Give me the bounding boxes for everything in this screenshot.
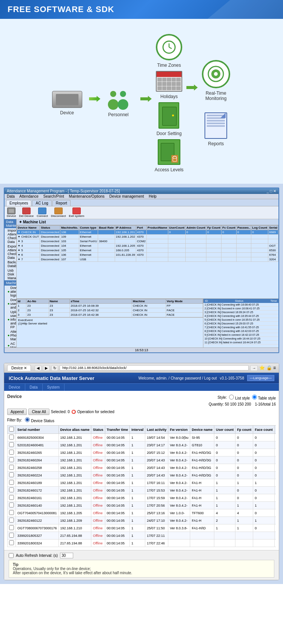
svg-point-1 — [110, 91, 116, 97]
nav-system[interactable]: System — [43, 384, 65, 391]
sw-tabbar[interactable]: Employees AC Log Report — [5, 199, 278, 206]
arrow-2 — [140, 95, 152, 104]
sidebar-section-machine[interactable]: Machine« — [5, 280, 16, 286]
flow-item-device: Device — [52, 91, 82, 115]
menu-data[interactable]: Data — [7, 194, 15, 198]
wcol-activity[interactable]: Last activity — [145, 426, 168, 434]
filter-label: Filter By: — [7, 418, 22, 422]
wcol-users[interactable]: User count — [214, 426, 235, 434]
table-row[interactable]: OGT70400570413000081 192.168.1.205 Offli… — [8, 509, 276, 517]
btn-device[interactable]: Device — [7, 207, 16, 218]
clear-all-btn[interactable]: Clear All — [28, 409, 49, 415]
header-title: FREE SOFTWARE & SDK — [8, 5, 114, 14]
sidebar-item-usb[interactable]: Usb Disk Manage — [5, 268, 16, 280]
table-row[interactable]: 3929182460172 192.168.1.201 Offline 00:0… — [8, 487, 276, 494]
col-no: MachineNo. — [60, 226, 79, 230]
style-table-radio[interactable]: Table style — [252, 395, 276, 400]
web-section: Device ✕ ◀ ▶ ↻ → ⭐ 🔒 ≡ iClock Automatic … — [0, 359, 283, 584]
table-row[interactable]: 3399201805327 217.65.194.88 Offline 00:0… — [8, 532, 276, 539]
table-row[interactable]: 3929182460224 192.168.1.201 Offline 00:0… — [8, 472, 276, 479]
table-row[interactable]: 22323 2018-07-25 16:42:32CHECK INFACE — [17, 308, 203, 313]
table-row[interactable]: ✦ 4Disconnected104Ethernet 192.168.1.205… — [17, 244, 278, 248]
wcol-trans[interactable]: Transaction count — [274, 426, 276, 434]
col-ip: IP Address — [115, 226, 136, 230]
log-item: 2 [CHECK IN] Succeed in conn 16:08:41 07… — [203, 307, 278, 310]
append-btn[interactable]: Append — [7, 409, 27, 415]
sw-titlebar: Attendance Management Program - [ Temp-S… — [5, 188, 278, 194]
interval-input[interactable] — [60, 553, 73, 558]
sidebar-item-export[interactable]: Export Attendance Checking Data — [5, 244, 16, 260]
menu-attendance[interactable]: Attendance — [19, 194, 38, 198]
table-row[interactable]: 3929182460189 192.168.1.201 Offline 00:0… — [8, 479, 276, 487]
table-row[interactable]: ✦ 5Disconnected105Ethernet 168.0.2054370… — [17, 248, 278, 253]
wcol-interval[interactable]: Interval — [130, 426, 145, 434]
language-btn[interactable]: —Language— — [247, 375, 274, 381]
sidebar-item-upload-user[interactable]: ● Upload user info and FP — [5, 310, 16, 329]
table-row[interactable]: 3929182460265 192.168.1.201 Offline 00:0… — [8, 449, 276, 456]
forward-btn[interactable]: ▶ — [43, 365, 50, 371]
machine-table-container[interactable]: Device Name Status MachineNo. Comm type … — [17, 225, 278, 298]
refresh-btn[interactable]: ↻ — [51, 365, 58, 371]
wcol-face[interactable]: Face count — [253, 426, 275, 434]
browser-tab[interactable]: Device ✕ — [7, 365, 31, 371]
wcol-device[interactable]: Device name — [190, 426, 214, 434]
menu-help[interactable]: Help — [149, 194, 157, 198]
wcol-transfer[interactable]: Transfer time — [105, 426, 130, 434]
tab-aclog[interactable]: AC Log — [32, 200, 51, 206]
browser-icons: ⭐ 🔒 ≡ — [259, 365, 276, 370]
wcol-check[interactable] — [8, 426, 16, 434]
sidebar-item-import[interactable]: Import Attendance Checking Data — [5, 228, 16, 244]
menu-device[interactable]: Device management — [109, 194, 144, 198]
wcol-fp[interactable]: Fp count — [235, 426, 253, 434]
style-list-radio[interactable]: List style — [229, 395, 250, 400]
table-row[interactable]: 3929182460258 192.168.1.201 Offline 00:0… — [8, 464, 276, 472]
btn-disconnect[interactable]: Disconnect — [51, 207, 66, 218]
back-btn[interactable]: ◀ — [35, 365, 42, 371]
sw-menubar[interactable]: Data Attendance Search/Print Maintenance… — [5, 194, 278, 199]
col-fc: Fc Count — [221, 226, 237, 230]
table-row[interactable]: 3929182460122 192.168.1.209 Offline 00:0… — [8, 517, 276, 524]
flow-item-reports: Reports — [205, 112, 227, 146]
address-bar[interactable] — [60, 365, 249, 370]
go-btn[interactable]: → — [250, 365, 258, 371]
nav-device[interactable]: Device — [4, 384, 25, 391]
col-comm: Comm type — [79, 226, 98, 230]
sidebar-item-photo[interactable]: ● Attendance Photo Management — [5, 329, 16, 341]
wcol-serial[interactable]: Serial number — [16, 426, 59, 434]
table-row[interactable]: 66691825000304 192.168.1.201 Offline 00:… — [8, 434, 276, 441]
wcol-fw[interactable]: Fw version — [168, 426, 190, 434]
table-row[interactable]: 52031824600481 192.168.1.201 Offline 00:… — [8, 441, 276, 449]
table-row[interactable]: ✦ 7Disconnected107USB 3204 — [17, 257, 278, 262]
table-row[interactable]: 12323 2018-07-25 16:08:39CHECK INFP — [17, 304, 203, 308]
log-item: 4 [CHECK IN] Connecting with 16:35:44 07… — [203, 314, 278, 318]
table-row[interactable]: 3929182460140 192.168.1.201 Offline 00:0… — [8, 502, 276, 509]
menu-maintenance[interactable]: Maintenance/Options — [69, 194, 105, 198]
table-row[interactable]: ✦ CHECK OUTDisconnected109Ethernet 192.1… — [17, 235, 278, 239]
table-row[interactable]: 32323 2018-07-25 16:42:36CHECK INFACE — [17, 313, 203, 317]
wcol-alias[interactable]: Device alias name — [58, 426, 91, 434]
filter-device-status[interactable]: Device Status — [25, 417, 54, 423]
wcol-status[interactable]: Status — [91, 426, 105, 434]
table-row[interactable]: ✦ CHECK INDisconnected108Ethernet 192.16… — [17, 230, 278, 235]
table-row[interactable]: 3399201800324 217.65.194.88 Offline 00:0… — [8, 539, 276, 547]
btn-connect[interactable]: Connect — [37, 207, 48, 218]
sidebar-item-download-user[interactable]: ● Download user info and Fp — [5, 298, 16, 310]
table-row[interactable]: ✦ 3Disconnected103Serial Port/U 38400COM… — [17, 239, 278, 244]
table-row[interactable]: ✦ 6Disconnected106Ethernet 101.81.228.39… — [17, 253, 278, 257]
sidebar-item-backup[interactable]: Backup Database — [5, 260, 16, 268]
menu-search[interactable]: Search/Print — [43, 194, 64, 198]
table-row[interactable]: 3929182460161 192.168.1.201 Offline 00:0… — [8, 494, 276, 502]
sw-window-controls[interactable]: _ □ ✕ — [267, 189, 276, 193]
table-row[interactable]: 3929182460264 192.168.1.201 Offline 00:0… — [8, 456, 276, 464]
device-table-container[interactable]: Serial number Device alias name Status T… — [7, 425, 276, 547]
btn-exit[interactable]: Exit system — [69, 207, 85, 218]
nav-data[interactable]: Data — [25, 384, 43, 391]
btn-del-device[interactable]: Del Device — [19, 207, 34, 218]
sidebar-item-ac[interactable]: ● AC Manage — [5, 341, 16, 347]
table-row[interactable]: OGT70800067073000176 192.168.1.210 Offli… — [8, 524, 276, 532]
tab-employees[interactable]: Employees — [6, 200, 31, 206]
sidebar-item-download-logs[interactable]: ● Download attendance logs — [5, 286, 16, 298]
sidebar-section-data[interactable]: Data Maintenance« — [5, 219, 16, 228]
tab-report[interactable]: Report — [52, 200, 71, 206]
auto-refresh-check[interactable] — [9, 553, 14, 558]
